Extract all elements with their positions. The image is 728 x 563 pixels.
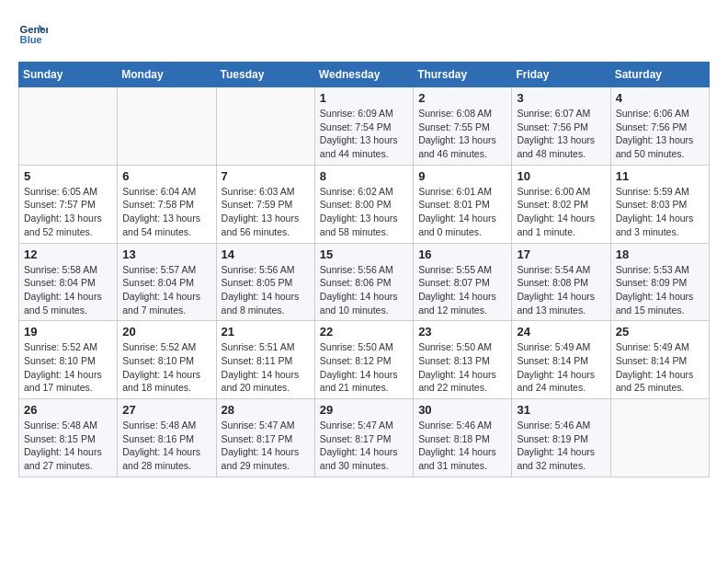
day-info: Sunrise: 6:00 AM Sunset: 8:02 PM Dayligh… — [517, 185, 605, 239]
day-info: Sunrise: 5:55 AM Sunset: 8:07 PM Dayligh… — [418, 263, 506, 317]
day-info: Sunrise: 6:03 AM Sunset: 7:59 PM Dayligh… — [222, 185, 310, 239]
day-number: 27 — [122, 403, 210, 417]
day-info: Sunrise: 5:59 AM Sunset: 8:03 PM Dayligh… — [616, 185, 704, 239]
day-info: Sunrise: 5:46 AM Sunset: 8:18 PM Dayligh… — [418, 419, 506, 473]
calendar-cell: 20Sunrise: 5:52 AM Sunset: 8:10 PM Dayli… — [118, 321, 216, 399]
day-info: Sunrise: 6:09 AM Sunset: 7:54 PM Dayligh… — [320, 107, 408, 161]
day-info: Sunrise: 6:02 AM Sunset: 8:00 PM Dayligh… — [320, 185, 408, 239]
day-info: Sunrise: 5:57 AM Sunset: 8:04 PM Dayligh… — [122, 263, 210, 317]
calendar-cell: 9Sunrise: 6:01 AM Sunset: 8:01 PM Daylig… — [414, 165, 512, 243]
day-info: Sunrise: 6:08 AM Sunset: 7:55 PM Dayligh… — [418, 107, 506, 161]
calendar-cell: 5Sunrise: 6:05 AM Sunset: 7:57 PM Daylig… — [19, 165, 118, 243]
day-info: Sunrise: 5:52 AM Sunset: 8:10 PM Dayligh… — [24, 340, 112, 395]
day-number: 15 — [320, 247, 408, 261]
day-number: 5 — [24, 169, 112, 183]
calendar-cell: 29Sunrise: 5:47 AM Sunset: 8:17 PM Dayli… — [314, 399, 413, 477]
day-number: 22 — [320, 325, 408, 339]
page-header: General Blue — [18, 18, 710, 48]
calendar-cell — [19, 87, 118, 166]
calendar-cell: 22Sunrise: 5:50 AM Sunset: 8:12 PM Dayli… — [314, 321, 413, 399]
day-number: 24 — [517, 325, 605, 339]
calendar-cell: 21Sunrise: 5:51 AM Sunset: 8:11 PM Dayli… — [216, 321, 314, 399]
day-number: 19 — [24, 325, 112, 339]
svg-text:Blue: Blue — [20, 34, 42, 45]
day-info: Sunrise: 5:46 AM Sunset: 8:19 PM Dayligh… — [517, 419, 605, 473]
day-number: 30 — [418, 403, 506, 417]
calendar-body: 1Sunrise: 6:09 AM Sunset: 7:54 PM Daylig… — [19, 87, 710, 477]
day-info: Sunrise: 6:05 AM Sunset: 7:57 PM Dayligh… — [24, 185, 112, 239]
day-info: Sunrise: 5:47 AM Sunset: 8:17 PM Dayligh… — [320, 419, 408, 473]
day-info: Sunrise: 6:07 AM Sunset: 7:56 PM Dayligh… — [517, 107, 605, 161]
day-number: 25 — [616, 325, 704, 339]
day-info: Sunrise: 5:52 AM Sunset: 8:10 PM Dayligh… — [122, 340, 210, 395]
calendar-cell: 12Sunrise: 5:58 AM Sunset: 8:04 PM Dayli… — [19, 243, 118, 321]
weekday-header: Sunday — [19, 63, 118, 87]
day-info: Sunrise: 5:58 AM Sunset: 8:04 PM Dayligh… — [24, 263, 112, 317]
day-info: Sunrise: 5:53 AM Sunset: 8:09 PM Dayligh… — [616, 263, 704, 317]
calendar-cell — [118, 87, 216, 166]
calendar-cell: 18Sunrise: 5:53 AM Sunset: 8:09 PM Dayli… — [610, 243, 709, 321]
calendar-cell: 17Sunrise: 5:54 AM Sunset: 8:08 PM Dayli… — [512, 243, 610, 321]
calendar-cell: 16Sunrise: 5:55 AM Sunset: 8:07 PM Dayli… — [414, 243, 512, 321]
day-info: Sunrise: 6:04 AM Sunset: 7:58 PM Dayligh… — [122, 185, 210, 239]
day-info: Sunrise: 5:56 AM Sunset: 8:06 PM Dayligh… — [320, 263, 408, 317]
calendar-header: SundayMondayTuesdayWednesdayThursdayFrid… — [19, 63, 710, 87]
day-info: Sunrise: 5:49 AM Sunset: 8:14 PM Dayligh… — [517, 340, 605, 395]
calendar-cell: 2Sunrise: 6:08 AM Sunset: 7:55 PM Daylig… — [414, 87, 512, 166]
calendar-cell: 10Sunrise: 6:00 AM Sunset: 8:02 PM Dayli… — [512, 165, 610, 243]
day-number: 12 — [24, 247, 112, 261]
day-number: 28 — [222, 403, 310, 417]
weekday-header: Monday — [118, 63, 216, 87]
day-info: Sunrise: 5:48 AM Sunset: 8:15 PM Dayligh… — [24, 419, 112, 473]
day-number: 10 — [517, 169, 605, 183]
calendar-cell: 6Sunrise: 6:04 AM Sunset: 7:58 PM Daylig… — [118, 165, 216, 243]
calendar-cell: 30Sunrise: 5:46 AM Sunset: 8:18 PM Dayli… — [414, 399, 512, 477]
day-info: Sunrise: 5:54 AM Sunset: 8:08 PM Dayligh… — [517, 263, 605, 317]
calendar-cell — [610, 399, 709, 477]
calendar-cell: 1Sunrise: 6:09 AM Sunset: 7:54 PM Daylig… — [314, 87, 413, 166]
calendar-cell: 24Sunrise: 5:49 AM Sunset: 8:14 PM Dayli… — [512, 321, 610, 399]
day-number: 11 — [616, 169, 704, 183]
day-number: 4 — [616, 91, 704, 105]
calendar-cell: 28Sunrise: 5:47 AM Sunset: 8:17 PM Dayli… — [216, 399, 314, 477]
calendar-cell: 8Sunrise: 6:02 AM Sunset: 8:00 PM Daylig… — [314, 165, 413, 243]
calendar-cell: 19Sunrise: 5:52 AM Sunset: 8:10 PM Dayli… — [19, 321, 118, 399]
weekday-header: Friday — [512, 63, 610, 87]
day-number: 26 — [24, 403, 112, 417]
day-number: 14 — [222, 247, 310, 261]
day-number: 2 — [418, 91, 506, 105]
day-info: Sunrise: 6:01 AM Sunset: 8:01 PM Dayligh… — [418, 185, 506, 239]
weekday-header: Thursday — [414, 63, 512, 87]
day-info: Sunrise: 5:47 AM Sunset: 8:17 PM Dayligh… — [222, 419, 310, 473]
calendar-cell: 15Sunrise: 5:56 AM Sunset: 8:06 PM Dayli… — [314, 243, 413, 321]
day-number: 16 — [418, 247, 506, 261]
day-number: 29 — [320, 403, 408, 417]
day-info: Sunrise: 5:51 AM Sunset: 8:11 PM Dayligh… — [222, 340, 310, 395]
calendar-cell: 4Sunrise: 6:06 AM Sunset: 7:56 PM Daylig… — [610, 87, 709, 166]
day-info: Sunrise: 6:06 AM Sunset: 7:56 PM Dayligh… — [616, 107, 704, 161]
day-number: 7 — [222, 169, 310, 183]
calendar-cell: 13Sunrise: 5:57 AM Sunset: 8:04 PM Dayli… — [118, 243, 216, 321]
day-number: 6 — [122, 169, 210, 183]
day-number: 13 — [122, 247, 210, 261]
calendar-cell: 7Sunrise: 6:03 AM Sunset: 7:59 PM Daylig… — [216, 165, 314, 243]
logo-icon: General Blue — [18, 18, 48, 48]
day-info: Sunrise: 5:49 AM Sunset: 8:14 PM Dayligh… — [616, 340, 704, 395]
day-number: 23 — [418, 325, 506, 339]
day-info: Sunrise: 5:50 AM Sunset: 8:12 PM Dayligh… — [320, 340, 408, 395]
day-info: Sunrise: 5:48 AM Sunset: 8:16 PM Dayligh… — [122, 419, 210, 473]
calendar-cell: 11Sunrise: 5:59 AM Sunset: 8:03 PM Dayli… — [610, 165, 709, 243]
calendar-cell: 31Sunrise: 5:46 AM Sunset: 8:19 PM Dayli… — [512, 399, 610, 477]
day-info: Sunrise: 5:56 AM Sunset: 8:05 PM Dayligh… — [222, 263, 310, 317]
calendar-table: SundayMondayTuesdayWednesdayThursdayFrid… — [18, 62, 710, 477]
day-number: 18 — [616, 247, 704, 261]
day-number: 9 — [418, 169, 506, 183]
calendar-cell: 25Sunrise: 5:49 AM Sunset: 8:14 PM Dayli… — [610, 321, 709, 399]
day-info: Sunrise: 5:50 AM Sunset: 8:13 PM Dayligh… — [418, 340, 506, 395]
calendar-cell: 26Sunrise: 5:48 AM Sunset: 8:15 PM Dayli… — [19, 399, 118, 477]
day-number: 21 — [222, 325, 310, 339]
calendar-cell — [216, 87, 314, 166]
day-number: 31 — [517, 403, 605, 417]
day-number: 8 — [320, 169, 408, 183]
calendar-cell: 27Sunrise: 5:48 AM Sunset: 8:16 PM Dayli… — [118, 399, 216, 477]
